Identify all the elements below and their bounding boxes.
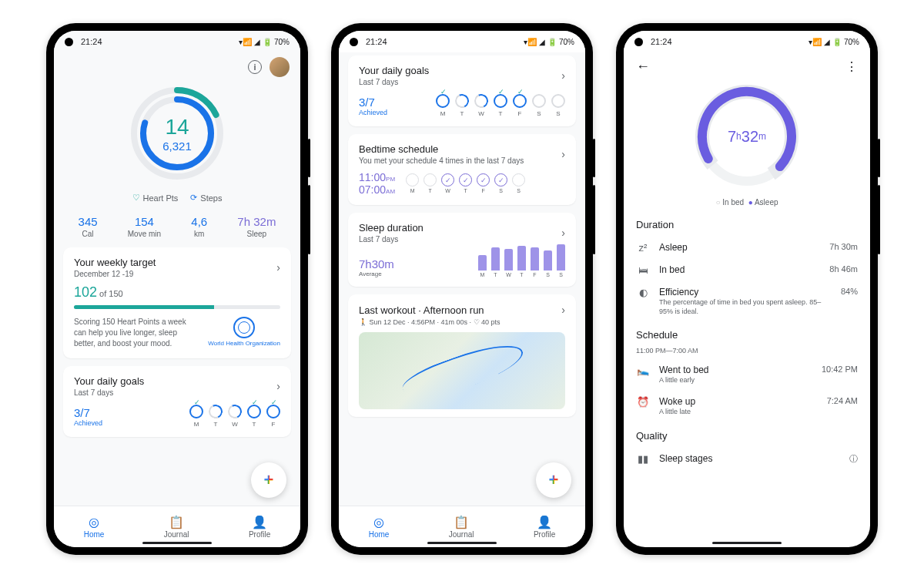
info-icon[interactable]: ⓘ bbox=[849, 453, 858, 465]
daily-goals-card[interactable]: Your daily goals Last 7 days › 3/7 Achie… bbox=[63, 366, 291, 437]
bedtime-day bbox=[512, 173, 525, 187]
metric-woke-up[interactable]: ⏰ Woke upA little late 7:24 AM bbox=[633, 391, 861, 422]
status-time: 21:24 bbox=[81, 37, 102, 46]
screen-cards: 21:24 ▾📶 ◢ 🔋70% Your daily goalsLast 7 d… bbox=[339, 31, 585, 547]
weekly-target-card[interactable]: Your weekly target December 12 -19 › 102… bbox=[63, 247, 291, 358]
phone-frame-2: 21:24 ▾📶 ◢ 🔋70% Your daily goalsLast 7 d… bbox=[331, 23, 593, 555]
who-logo: World Health Organization bbox=[208, 317, 280, 347]
efficiency-icon: ◐ bbox=[636, 287, 650, 298]
activity-ring[interactable]: 14 6,321 bbox=[63, 79, 291, 188]
bottom-nav: ◎Home 📋Journal 👤Profile bbox=[54, 506, 300, 547]
sleep-bar bbox=[557, 244, 565, 271]
screen-home: 21:24 ▾📶 ◢ 🔋70% i 14 6,321 bbox=[54, 31, 300, 547]
status-icons: ▾📶 ◢ 🔋70% bbox=[239, 38, 290, 46]
metric-sleep-stages[interactable]: ▮▮ Sleep stages ⓘ bbox=[633, 448, 861, 470]
metric-inbed[interactable]: 🛏 In bed 8h 46m bbox=[633, 259, 861, 281]
more-icon[interactable]: ⋮ bbox=[845, 59, 858, 74]
sleep-bar bbox=[478, 255, 487, 271]
sleep-bar bbox=[517, 246, 526, 271]
workout-map[interactable] bbox=[359, 332, 565, 409]
bedtime-day: ✓ bbox=[459, 173, 472, 187]
sleep-bar bbox=[531, 247, 539, 271]
phone-frame-1: 21:24 ▾📶 ◢ 🔋70% i 14 6,321 bbox=[46, 23, 308, 555]
daily-goals-card[interactable]: Your daily goalsLast 7 days › 3/7Achieve… bbox=[348, 55, 576, 126]
bedtime-day bbox=[424, 173, 437, 187]
bedtime-day: ✓ bbox=[477, 173, 490, 187]
nav-home[interactable]: ◎Home bbox=[369, 515, 390, 539]
screen-sleep-detail: 21:24 ▾📶 ◢ 🔋70% ← ⋮ 7h 32m ○ In be bbox=[624, 31, 870, 547]
gesture-bar bbox=[142, 542, 212, 544]
alarm-icon: ⏰ bbox=[636, 396, 650, 408]
metric-efficiency[interactable]: ◐ EfficiencyThe percentage of time in be… bbox=[633, 281, 861, 321]
progress-bar bbox=[74, 305, 280, 309]
section-duration: Duration bbox=[633, 216, 861, 237]
nav-journal[interactable]: 📋Journal bbox=[449, 515, 474, 539]
info-icon[interactable]: i bbox=[248, 60, 262, 74]
ring-legend: ♡Heart Pts ⟳Steps bbox=[63, 188, 291, 210]
bars-icon: ▮▮ bbox=[636, 453, 650, 465]
sleep-zzz-icon: z² bbox=[636, 242, 650, 254]
fab-add-button[interactable]: + bbox=[251, 462, 286, 498]
section-quality: Quality bbox=[633, 422, 861, 448]
status-bar: 21:24 ▾📶 ◢ 🔋70% bbox=[339, 31, 585, 52]
nav-profile[interactable]: 👤Profile bbox=[249, 515, 270, 539]
bed-icon: 🛏 bbox=[636, 264, 650, 276]
bedtime-day: ✓ bbox=[494, 173, 507, 187]
metric-went-to-bed[interactable]: 🛌 Went to bedA little early 10:42 PM bbox=[633, 359, 861, 391]
nav-journal[interactable]: 📋Journal bbox=[164, 515, 189, 539]
last-workout-card[interactable]: Last workout · Afternoon run› 🚶 Sun 12 D… bbox=[348, 294, 576, 417]
fab-add-button[interactable]: + bbox=[536, 462, 571, 498]
steps-value: 6,321 bbox=[162, 139, 192, 153]
phone-frame-3: 21:24 ▾📶 ◢ 🔋70% ← ⋮ 7h 32m ○ In be bbox=[616, 23, 878, 555]
nav-home[interactable]: ◎Home bbox=[84, 515, 105, 539]
status-bar: 21:24 ▾📶 ◢ 🔋70% bbox=[624, 31, 870, 52]
camera-icon bbox=[65, 38, 73, 46]
avatar[interactable] bbox=[270, 57, 290, 77]
plus-icon: + bbox=[264, 470, 274, 490]
status-bar: 21:24 ▾📶 ◢ 🔋70% bbox=[54, 31, 300, 52]
chevron-right-icon: › bbox=[276, 261, 280, 274]
heart-pts-value: 14 bbox=[165, 115, 189, 139]
chevron-right-icon: › bbox=[561, 69, 565, 82]
stats-row[interactable]: 345Cal 154Move min 4,6km 7h 32mSleep bbox=[63, 210, 291, 247]
section-schedule: Schedule bbox=[633, 321, 861, 347]
chevron-right-icon: › bbox=[276, 380, 280, 392]
sleep-duration-card[interactable]: Sleep durationLast 7 days› 7h30mAverage … bbox=[348, 213, 576, 287]
metric-asleep[interactable]: z² Asleep 7h 30m bbox=[633, 237, 861, 259]
sleep-bar bbox=[544, 250, 552, 271]
bedtime-day bbox=[406, 173, 419, 187]
back-button[interactable]: ← bbox=[636, 59, 650, 75]
bedtime-day: ✓ bbox=[441, 173, 454, 187]
sleep-bar bbox=[504, 249, 513, 271]
nav-profile[interactable]: 👤Profile bbox=[534, 515, 555, 539]
sleep-ring: 7h 32m bbox=[633, 78, 861, 195]
into-bed-icon: 🛌 bbox=[636, 365, 650, 376]
bedtime-card[interactable]: Bedtime scheduleYou met your schedule 4 … bbox=[348, 134, 576, 205]
sleep-bar bbox=[491, 247, 500, 271]
sleep-legend: ○ In bed ● Asleep bbox=[633, 195, 861, 216]
